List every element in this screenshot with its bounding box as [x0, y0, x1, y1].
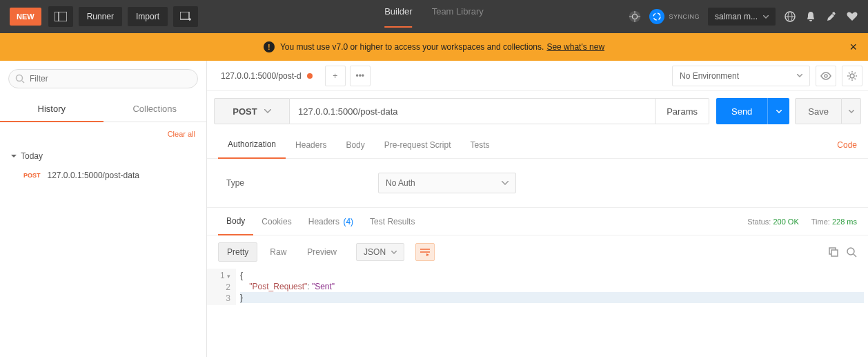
tab-team-library[interactable]: Team Library [432, 6, 484, 28]
history-group-header[interactable]: Today [11, 151, 195, 161]
unsaved-dot-icon [307, 73, 313, 79]
tab-tests[interactable]: Tests [460, 132, 499, 158]
tab-response-tests[interactable]: Test Results [362, 209, 423, 235]
wrench-icon[interactable] [825, 10, 838, 23]
history-item[interactable]: POST 127.0.0.1:5000/post-data [11, 168, 195, 183]
format-label: JSON [364, 247, 386, 257]
history-url: 127.0.0.1:5000/post-data [48, 171, 139, 180]
tab-response-cookies[interactable]: Cookies [253, 209, 299, 235]
filter-input[interactable] [8, 69, 198, 88]
request-tab[interactable]: 127.0.0.1:5000/post-d [213, 65, 321, 87]
banner-close-button[interactable]: × [849, 40, 857, 55]
search-icon [846, 247, 857, 258]
environment-settings-button[interactable] [842, 66, 862, 86]
tab-response-headers[interactable]: Headers (4) [300, 209, 362, 235]
environment-label: No Environment [680, 71, 739, 81]
tab-prerequest[interactable]: Pre-request Script [375, 132, 461, 158]
auth-type-value: No Auth [386, 178, 415, 188]
save-dropdown[interactable] [842, 98, 861, 124]
search-response-button[interactable] [846, 247, 857, 258]
tab-body[interactable]: Body [336, 132, 374, 158]
chevron-down-icon [502, 181, 509, 185]
history-group-label: Today [21, 151, 43, 161]
window-plus-icon [180, 12, 191, 21]
method-badge: POST [23, 172, 41, 179]
line-gutter: 1 ▾ 2 3 [207, 269, 236, 305]
code-content: { "Post_Request": "Sent" } [236, 269, 868, 305]
caret-down-icon [11, 153, 17, 159]
wrap-icon [420, 248, 431, 256]
send-button[interactable]: Send [716, 98, 767, 124]
svg-point-11 [653, 13, 660, 20]
copy-icon [828, 247, 839, 258]
method-label: POST [233, 106, 257, 117]
warning-icon: ! [264, 41, 275, 52]
auth-type-label: Type [226, 178, 351, 188]
auth-type-dropdown[interactable]: No Auth [378, 173, 516, 193]
tab-collections[interactable]: Collections [103, 97, 207, 122]
new-window-button[interactable] [173, 6, 198, 27]
content-area: 127.0.0.1:5000/post-d + ••• No Environme… [207, 61, 868, 357]
warning-banner: ! You must use v7.0 or higher to access … [0, 33, 868, 61]
globe-icon[interactable] [784, 10, 796, 23]
status-label: Status: [747, 218, 771, 226]
send-dropdown[interactable] [767, 98, 789, 124]
sync-icon [649, 9, 664, 24]
environment-dropdown[interactable]: No Environment [672, 66, 810, 86]
new-button[interactable]: NEW [10, 8, 41, 26]
tab-response-body[interactable]: Body [218, 208, 253, 235]
chevron-down-icon [776, 110, 782, 113]
method-dropdown[interactable]: POST [214, 98, 290, 124]
chevron-down-icon [797, 74, 802, 77]
params-button[interactable]: Params [655, 98, 709, 124]
chevron-down-icon [391, 251, 397, 254]
eye-icon [820, 72, 831, 80]
format-dropdown[interactable]: JSON [356, 243, 404, 261]
wrap-lines-button[interactable] [415, 243, 435, 261]
sync-label: SYNCING [669, 13, 700, 20]
search-icon [15, 74, 25, 84]
import-button[interactable]: Import [128, 7, 168, 26]
gear-icon [847, 70, 858, 81]
heart-icon[interactable] [846, 10, 858, 23]
tab-options-button[interactable]: ••• [350, 66, 371, 86]
code-link[interactable]: Code [837, 140, 857, 150]
svg-rect-0 [55, 12, 67, 21]
url-input[interactable] [290, 98, 655, 124]
view-raw-button[interactable]: Raw [262, 243, 295, 261]
sync-status[interactable]: SYNCING [649, 9, 700, 24]
tab-headers[interactable]: Headers [286, 132, 336, 158]
user-label: salman m... [715, 12, 758, 21]
request-tab-label: 127.0.0.1:5000/post-d [221, 71, 302, 81]
svg-rect-22 [831, 250, 838, 256]
layout-toggle-button[interactable] [48, 6, 73, 27]
banner-link[interactable]: See what's new [546, 42, 604, 52]
clear-all-link[interactable]: Clear all [168, 130, 195, 138]
banner-text: You must use v7.0 or higher to access yo… [280, 42, 544, 52]
headers-count: (4) [343, 217, 353, 226]
bell-icon[interactable] [805, 10, 817, 23]
svg-line-16 [22, 81, 24, 83]
runner-button[interactable]: Runner [79, 7, 122, 26]
environment-preview-button[interactable] [816, 66, 836, 86]
view-preview-button[interactable]: Preview [299, 243, 345, 261]
layout-icon [55, 12, 67, 21]
copy-button[interactable] [828, 247, 839, 258]
tab-authorization[interactable]: Authorization [218, 131, 286, 159]
add-tab-button[interactable]: + [325, 66, 346, 86]
user-menu[interactable]: salman m... [708, 8, 776, 26]
svg-rect-2 [180, 12, 189, 19]
tab-builder[interactable]: Builder [384, 6, 412, 28]
chevron-down-icon [849, 110, 854, 113]
save-button[interactable]: Save [795, 98, 842, 124]
capture-icon[interactable] [629, 10, 641, 23]
time-label: Time: [811, 218, 830, 226]
main-tabs: Builder Team Library [384, 6, 484, 28]
chevron-down-icon [264, 109, 271, 113]
response-body[interactable]: 1 ▾ 2 3 { "Post_Request": "Sent" } [207, 269, 868, 305]
svg-line-24 [854, 254, 856, 257]
tab-history[interactable]: History [0, 97, 103, 122]
sidebar: History Collections Clear all Today POST… [0, 61, 207, 357]
svg-point-23 [847, 248, 854, 255]
view-pretty-button[interactable]: Pretty [218, 242, 257, 262]
